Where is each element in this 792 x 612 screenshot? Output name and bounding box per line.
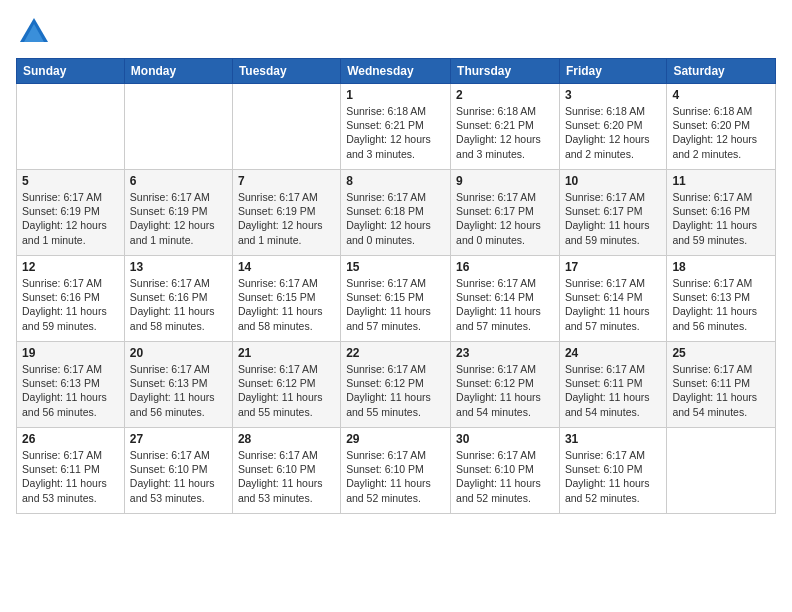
- day-number: 18: [672, 260, 770, 274]
- day-info: Sunrise: 6:17 AM Sunset: 6:11 PM Dayligh…: [22, 448, 119, 505]
- weekday-thursday: Thursday: [451, 59, 560, 84]
- day-cell: 9Sunrise: 6:17 AM Sunset: 6:17 PM Daylig…: [451, 170, 560, 256]
- day-info: Sunrise: 6:17 AM Sunset: 6:17 PM Dayligh…: [565, 190, 661, 247]
- logo-icon: [16, 14, 52, 50]
- day-cell: 2Sunrise: 6:18 AM Sunset: 6:21 PM Daylig…: [451, 84, 560, 170]
- day-cell: 4Sunrise: 6:18 AM Sunset: 6:20 PM Daylig…: [667, 84, 776, 170]
- day-info: Sunrise: 6:17 AM Sunset: 6:13 PM Dayligh…: [130, 362, 227, 419]
- day-cell: 13Sunrise: 6:17 AM Sunset: 6:16 PM Dayli…: [124, 256, 232, 342]
- day-info: Sunrise: 6:18 AM Sunset: 6:20 PM Dayligh…: [672, 104, 770, 161]
- day-number: 17: [565, 260, 661, 274]
- logo: [16, 14, 56, 50]
- day-cell: 15Sunrise: 6:17 AM Sunset: 6:15 PM Dayli…: [341, 256, 451, 342]
- day-cell: 3Sunrise: 6:18 AM Sunset: 6:20 PM Daylig…: [559, 84, 666, 170]
- day-cell: 18Sunrise: 6:17 AM Sunset: 6:13 PM Dayli…: [667, 256, 776, 342]
- day-info: Sunrise: 6:17 AM Sunset: 6:12 PM Dayligh…: [346, 362, 445, 419]
- day-number: 2: [456, 88, 554, 102]
- weekday-saturday: Saturday: [667, 59, 776, 84]
- day-number: 30: [456, 432, 554, 446]
- day-cell: 23Sunrise: 6:17 AM Sunset: 6:12 PM Dayli…: [451, 342, 560, 428]
- page: SundayMondayTuesdayWednesdayThursdayFrid…: [0, 0, 792, 612]
- day-number: 11: [672, 174, 770, 188]
- day-cell: [232, 84, 340, 170]
- day-number: 24: [565, 346, 661, 360]
- day-info: Sunrise: 6:17 AM Sunset: 6:14 PM Dayligh…: [565, 276, 661, 333]
- day-cell: 6Sunrise: 6:17 AM Sunset: 6:19 PM Daylig…: [124, 170, 232, 256]
- day-cell: [124, 84, 232, 170]
- day-cell: 10Sunrise: 6:17 AM Sunset: 6:17 PM Dayli…: [559, 170, 666, 256]
- day-info: Sunrise: 6:17 AM Sunset: 6:15 PM Dayligh…: [346, 276, 445, 333]
- day-info: Sunrise: 6:17 AM Sunset: 6:19 PM Dayligh…: [238, 190, 335, 247]
- day-cell: 7Sunrise: 6:17 AM Sunset: 6:19 PM Daylig…: [232, 170, 340, 256]
- day-info: Sunrise: 6:17 AM Sunset: 6:16 PM Dayligh…: [130, 276, 227, 333]
- day-number: 20: [130, 346, 227, 360]
- week-row-4: 19Sunrise: 6:17 AM Sunset: 6:13 PM Dayli…: [17, 342, 776, 428]
- day-number: 5: [22, 174, 119, 188]
- day-cell: 25Sunrise: 6:17 AM Sunset: 6:11 PM Dayli…: [667, 342, 776, 428]
- day-info: Sunrise: 6:18 AM Sunset: 6:20 PM Dayligh…: [565, 104, 661, 161]
- day-cell: 16Sunrise: 6:17 AM Sunset: 6:14 PM Dayli…: [451, 256, 560, 342]
- day-number: 15: [346, 260, 445, 274]
- weekday-friday: Friday: [559, 59, 666, 84]
- day-number: 9: [456, 174, 554, 188]
- day-number: 1: [346, 88, 445, 102]
- day-info: Sunrise: 6:17 AM Sunset: 6:19 PM Dayligh…: [22, 190, 119, 247]
- day-cell: 17Sunrise: 6:17 AM Sunset: 6:14 PM Dayli…: [559, 256, 666, 342]
- week-row-3: 12Sunrise: 6:17 AM Sunset: 6:16 PM Dayli…: [17, 256, 776, 342]
- weekday-header-row: SundayMondayTuesdayWednesdayThursdayFrid…: [17, 59, 776, 84]
- day-info: Sunrise: 6:17 AM Sunset: 6:16 PM Dayligh…: [22, 276, 119, 333]
- day-number: 10: [565, 174, 661, 188]
- day-cell: 19Sunrise: 6:17 AM Sunset: 6:13 PM Dayli…: [17, 342, 125, 428]
- day-cell: 5Sunrise: 6:17 AM Sunset: 6:19 PM Daylig…: [17, 170, 125, 256]
- day-cell: 30Sunrise: 6:17 AM Sunset: 6:10 PM Dayli…: [451, 428, 560, 514]
- day-info: Sunrise: 6:17 AM Sunset: 6:12 PM Dayligh…: [238, 362, 335, 419]
- day-cell: 14Sunrise: 6:17 AM Sunset: 6:15 PM Dayli…: [232, 256, 340, 342]
- day-cell: 31Sunrise: 6:17 AM Sunset: 6:10 PM Dayli…: [559, 428, 666, 514]
- day-cell: 21Sunrise: 6:17 AM Sunset: 6:12 PM Dayli…: [232, 342, 340, 428]
- day-info: Sunrise: 6:17 AM Sunset: 6:19 PM Dayligh…: [130, 190, 227, 247]
- day-number: 8: [346, 174, 445, 188]
- day-cell: 22Sunrise: 6:17 AM Sunset: 6:12 PM Dayli…: [341, 342, 451, 428]
- day-number: 12: [22, 260, 119, 274]
- day-info: Sunrise: 6:17 AM Sunset: 6:15 PM Dayligh…: [238, 276, 335, 333]
- calendar: SundayMondayTuesdayWednesdayThursdayFrid…: [16, 58, 776, 514]
- day-cell: 12Sunrise: 6:17 AM Sunset: 6:16 PM Dayli…: [17, 256, 125, 342]
- day-info: Sunrise: 6:17 AM Sunset: 6:10 PM Dayligh…: [456, 448, 554, 505]
- day-number: 25: [672, 346, 770, 360]
- day-number: 28: [238, 432, 335, 446]
- weekday-tuesday: Tuesday: [232, 59, 340, 84]
- day-info: Sunrise: 6:17 AM Sunset: 6:17 PM Dayligh…: [456, 190, 554, 247]
- day-info: Sunrise: 6:17 AM Sunset: 6:18 PM Dayligh…: [346, 190, 445, 247]
- day-number: 6: [130, 174, 227, 188]
- header: [16, 10, 776, 50]
- day-info: Sunrise: 6:17 AM Sunset: 6:10 PM Dayligh…: [346, 448, 445, 505]
- weekday-sunday: Sunday: [17, 59, 125, 84]
- day-cell: 27Sunrise: 6:17 AM Sunset: 6:10 PM Dayli…: [124, 428, 232, 514]
- day-info: Sunrise: 6:17 AM Sunset: 6:13 PM Dayligh…: [22, 362, 119, 419]
- day-number: 19: [22, 346, 119, 360]
- day-cell: 29Sunrise: 6:17 AM Sunset: 6:10 PM Dayli…: [341, 428, 451, 514]
- weekday-monday: Monday: [124, 59, 232, 84]
- week-row-5: 26Sunrise: 6:17 AM Sunset: 6:11 PM Dayli…: [17, 428, 776, 514]
- day-info: Sunrise: 6:17 AM Sunset: 6:10 PM Dayligh…: [565, 448, 661, 505]
- day-info: Sunrise: 6:17 AM Sunset: 6:12 PM Dayligh…: [456, 362, 554, 419]
- day-cell: 28Sunrise: 6:17 AM Sunset: 6:10 PM Dayli…: [232, 428, 340, 514]
- day-cell: 8Sunrise: 6:17 AM Sunset: 6:18 PM Daylig…: [341, 170, 451, 256]
- day-number: 16: [456, 260, 554, 274]
- day-number: 4: [672, 88, 770, 102]
- day-info: Sunrise: 6:17 AM Sunset: 6:16 PM Dayligh…: [672, 190, 770, 247]
- day-cell: 1Sunrise: 6:18 AM Sunset: 6:21 PM Daylig…: [341, 84, 451, 170]
- week-row-2: 5Sunrise: 6:17 AM Sunset: 6:19 PM Daylig…: [17, 170, 776, 256]
- day-info: Sunrise: 6:17 AM Sunset: 6:13 PM Dayligh…: [672, 276, 770, 333]
- day-number: 3: [565, 88, 661, 102]
- day-number: 14: [238, 260, 335, 274]
- day-cell: 20Sunrise: 6:17 AM Sunset: 6:13 PM Dayli…: [124, 342, 232, 428]
- day-info: Sunrise: 6:17 AM Sunset: 6:11 PM Dayligh…: [565, 362, 661, 419]
- day-info: Sunrise: 6:18 AM Sunset: 6:21 PM Dayligh…: [456, 104, 554, 161]
- day-cell: 11Sunrise: 6:17 AM Sunset: 6:16 PM Dayli…: [667, 170, 776, 256]
- day-number: 31: [565, 432, 661, 446]
- day-number: 29: [346, 432, 445, 446]
- weekday-wednesday: Wednesday: [341, 59, 451, 84]
- week-row-1: 1Sunrise: 6:18 AM Sunset: 6:21 PM Daylig…: [17, 84, 776, 170]
- day-cell: 26Sunrise: 6:17 AM Sunset: 6:11 PM Dayli…: [17, 428, 125, 514]
